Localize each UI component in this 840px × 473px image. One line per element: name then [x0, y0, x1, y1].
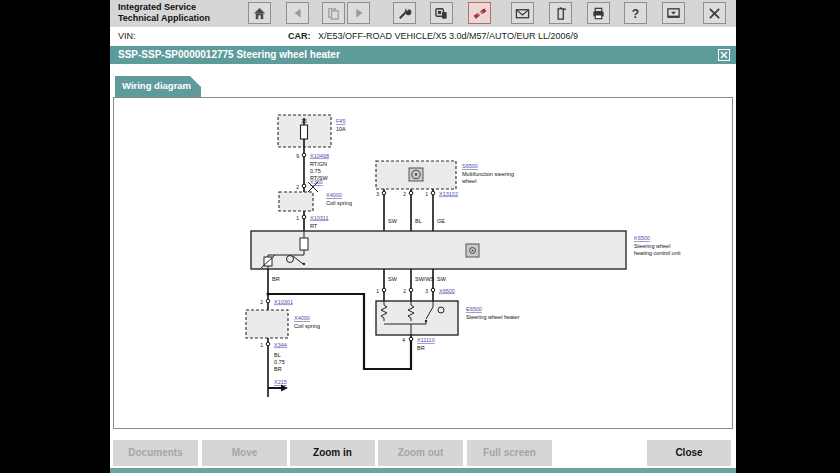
mf-ref-link[interactable]: S6500	[462, 163, 478, 169]
wrench-icon	[397, 6, 412, 21]
x11110-link[interactable]: X11110	[417, 337, 435, 343]
ista-window: Integrated Service Technical Application	[110, 0, 736, 473]
home-button[interactable]	[248, 2, 271, 24]
pin-number: 2	[403, 288, 406, 294]
home-icon	[252, 6, 267, 21]
tab-label: Wiring diagram	[122, 80, 191, 91]
coil-spring-ref-link[interactable]: X4000	[294, 315, 310, 321]
coil-spring-name: Coil spring	[326, 200, 352, 206]
wire-color-label: SW	[388, 218, 398, 224]
zoom-in-button[interactable]: Zoom in	[290, 440, 375, 466]
exit-button[interactable]	[703, 2, 726, 24]
move-button[interactable]: Move	[202, 440, 287, 466]
documents-button[interactable]: Documents	[113, 440, 198, 466]
close-x-icon	[707, 6, 722, 21]
document-title: SSP-SSP-SP0000012775 Steering wheel heat…	[118, 49, 340, 60]
printer-icon	[591, 6, 606, 21]
x6500-link[interactable]: X6500	[439, 288, 455, 294]
pin-x10311	[302, 215, 306, 219]
pin-number: 2	[296, 184, 299, 190]
operations-button[interactable]	[393, 2, 416, 24]
car-value: X/E53/OFF-ROAD VEHICLE/X5 3.0d/M57/AUTO/…	[318, 31, 578, 41]
vehicle-management-button[interactable]	[430, 2, 453, 24]
fuse-ref-link[interactable]: F45	[336, 118, 345, 124]
mf-name: wheel	[461, 178, 476, 184]
ground-symbol	[268, 385, 288, 392]
wire-color-label: BR	[274, 366, 282, 372]
question-mark-icon: ?	[628, 6, 643, 21]
document-close-button[interactable]	[718, 49, 730, 61]
x344-link[interactable]: X344	[274, 342, 287, 348]
pin-x360	[302, 184, 306, 188]
window-bottom-border	[110, 468, 736, 473]
control-unit-name: Steering wheel	[634, 243, 670, 249]
pin-number: 4	[402, 337, 405, 343]
minimize-view-button[interactable]	[662, 2, 685, 24]
coil-spring-box-lower	[246, 310, 288, 338]
wire-color-label: BL	[274, 352, 281, 358]
pin-number: 1	[376, 288, 379, 294]
screen-down-icon	[666, 6, 681, 21]
car-label: CAR:	[288, 31, 311, 41]
fuse-symbol	[301, 125, 308, 139]
help-button[interactable]: ?	[624, 2, 647, 24]
wire-color-label: BR	[417, 345, 425, 351]
envelope-icon	[515, 6, 530, 21]
x215-link[interactable]: X215	[274, 379, 287, 385]
messages-button[interactable]	[511, 2, 534, 24]
forward-button[interactable]	[347, 2, 370, 24]
measurement-button[interactable]	[549, 2, 572, 24]
x10498-link[interactable]: X10498	[310, 153, 329, 159]
wire-gauge-label: 0.75	[274, 359, 285, 365]
control-unit-name: heating control unit	[634, 250, 681, 256]
pin-number: 3	[376, 191, 379, 197]
back-button[interactable]	[286, 2, 309, 24]
coil-spring-ref-link[interactable]: X4000	[326, 192, 342, 198]
wiring-diagram-panel: 15 F45 10A 9 X10498 RT/GN 0.75 RT/SW 2 X…	[113, 97, 733, 429]
monitor-device-icon	[434, 6, 449, 21]
coil-spring-box-upper	[279, 192, 313, 211]
pin-x344	[266, 342, 270, 346]
pin-number: 1	[425, 191, 428, 197]
screen: Integrated Service Technical Application	[0, 0, 840, 473]
heater-box	[376, 301, 458, 335]
close-button[interactable]: Close	[647, 440, 731, 466]
vehicle-info-row: VIN: CAR: X/E53/OFF-ROAD VEHICLE/X5 3.0d…	[110, 27, 736, 46]
pin-x10498	[302, 153, 306, 157]
wire-gauge-label: 0.75	[310, 168, 321, 174]
x13102-link[interactable]: X13102	[439, 191, 458, 197]
wiring-diagram[interactable]: 15 F45 10A 9 X10498 RT/GN 0.75 RT/SW 2 X…	[114, 98, 732, 428]
connection-button[interactable]	[468, 2, 491, 24]
full-screen-button[interactable]: Full screen	[467, 440, 552, 466]
pin-number: 2	[260, 299, 263, 305]
steering-wheel-icon	[409, 168, 423, 181]
wire-color-label: SW	[388, 276, 398, 282]
heater-name: Steering wheel heater	[466, 314, 520, 320]
pin-number: 9	[296, 153, 299, 159]
forward-arrow-icon	[352, 6, 366, 20]
back-arrow-icon	[291, 6, 305, 20]
mf-name: Multifunction steering	[462, 171, 514, 177]
close-x-icon	[720, 51, 728, 59]
pin-number: 3	[425, 288, 428, 294]
print-pages-button[interactable]	[322, 2, 345, 24]
x10301-link[interactable]: X10301	[274, 299, 293, 305]
wire-color-label: RT	[310, 223, 318, 229]
tab-wiring-diagram[interactable]: Wiring diagram	[115, 76, 201, 97]
pin-number: 1	[260, 342, 263, 348]
wire-color-label: SW/WS	[415, 276, 435, 282]
svg-text:?: ?	[632, 6, 639, 20]
app-title: Integrated Service Technical Application	[118, 2, 210, 24]
heater-ref-link[interactable]: E6500	[466, 306, 482, 312]
x10311-link[interactable]: X10311	[310, 215, 329, 221]
print-button[interactable]	[587, 2, 610, 24]
pin-number: 2	[403, 191, 406, 197]
pin-number: 1	[296, 215, 299, 221]
wire-color-label: GE	[437, 218, 445, 224]
fuse-rating: 10A	[336, 126, 346, 132]
zoom-out-button[interactable]: Zoom out	[378, 440, 463, 466]
wire-color-label: RT/GN	[310, 161, 327, 167]
control-unit-ref-link[interactable]: K6500	[634, 235, 650, 241]
pages-icon	[326, 6, 341, 21]
wire-color-label: BL	[415, 218, 422, 224]
